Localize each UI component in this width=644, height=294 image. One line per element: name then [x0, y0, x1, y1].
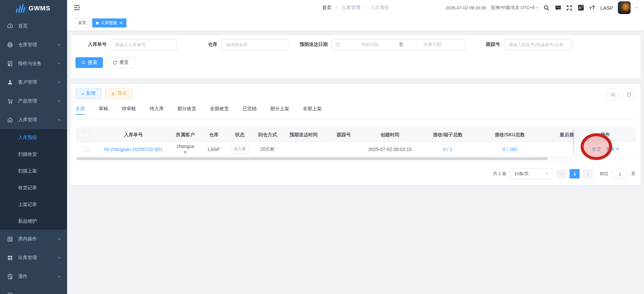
table-header-row: 入库单号 所属客户 仓库 状态 到仓方式 预期送达时间 跟踪号 创建时间 接收/… [75, 127, 574, 142]
tab-pending-inbound[interactable]: 待入库 [150, 106, 164, 115]
sidebar-item-quotes[interactable]: 报价与业务 ˅ [0, 54, 67, 73]
page-size-label: 10条/页 [514, 171, 529, 177]
last-received-cell [542, 142, 574, 156]
translate-icon[interactable]: A文 [578, 4, 584, 11]
sidebar-item-partial[interactable] [0, 286, 67, 294]
tag-home[interactable]: 首页 [74, 18, 90, 27]
inbound-home-icon [7, 117, 13, 123]
table-refresh-button[interactable] [623, 88, 635, 101]
breadcrumb-home[interactable]: 首页 [322, 5, 331, 10]
tab-all-received[interactable]: 全部收货 [210, 106, 229, 115]
page-1-button[interactable]: 1 [570, 169, 580, 178]
more-button[interactable]: 更多 [606, 146, 619, 152]
col-box-count: 接收/箱子总数 [418, 127, 478, 142]
add-button[interactable]: + 新增 [75, 88, 101, 99]
dashboard-icon [7, 23, 13, 29]
sidebar-item-shelve-records[interactable]: 上架记录 [0, 196, 67, 213]
warehouse-select[interactable] [221, 39, 288, 50]
date-end-placeholder[interactable]: 结束日期 [403, 42, 462, 48]
date-range-picker[interactable]: 开始日期 至 结束日期 [332, 39, 465, 50]
date-separator: 至 [399, 42, 403, 48]
horizontal-scrollbar [75, 157, 574, 161]
list-card: + 新增 导出 全部 草稿 待审核 待入库 [70, 84, 641, 186]
col-last-received: 最后接 [542, 127, 574, 142]
order-no-link[interactable]: IN-zhangsan-20250702-001 [104, 147, 162, 152]
chevron-up-icon: ˄ [58, 118, 60, 122]
search-button[interactable]: 搜索 [75, 57, 103, 68]
logo-text: GWMS [29, 5, 50, 12]
filter-card: 入库单号 仓库 预期送达日期 开始日期 至 结束日期 跟踪号 搜索 [70, 35, 641, 78]
breadcrumb-separator: / [365, 5, 366, 10]
message-icon[interactable] [555, 4, 561, 11]
timezone-label: 亚洲/中国/北京 UTC+8 [491, 5, 534, 11]
scrollbar-thumb[interactable] [77, 157, 548, 160]
search-icon[interactable] [543, 4, 550, 11]
breadcrumb-inbound[interactable]: 入库管理 [341, 5, 360, 10]
table-search-button[interactable] [607, 88, 620, 101]
svg-text:文: 文 [581, 5, 583, 8]
select-all-checkbox[interactable] [84, 133, 89, 137]
col-customer: 所属客户 [169, 127, 201, 142]
close-icon[interactable]: ✕ [119, 21, 123, 25]
sidebar-item-scan-receive[interactable]: 扫描收货 [0, 146, 67, 163]
row-checkbox[interactable] [84, 147, 89, 152]
tab-all[interactable]: 全部 [75, 106, 85, 115]
goto-page-input[interactable] [612, 169, 628, 178]
tab-pending-review[interactable]: 待审核 [122, 106, 136, 115]
sku-count-link[interactable]: 0 / 280 [503, 147, 517, 152]
sidebar-item-new-product[interactable]: 新品维护 [0, 213, 67, 230]
order-no-input[interactable] [111, 39, 177, 50]
search-icon [81, 60, 86, 65]
box-count-link[interactable]: 0 / 1 [443, 147, 452, 152]
tab-draft[interactable]: 草稿 [99, 106, 108, 115]
sidebar-item-home[interactable]: 首页 [0, 17, 67, 35]
cart-icon [7, 98, 13, 104]
search-icon [610, 92, 616, 97]
doc-icon [7, 292, 13, 294]
sidebar-item-scan-shelve[interactable]: 扫描上架 [0, 163, 67, 179]
tabs-divider [75, 120, 636, 120]
avatar[interactable] [618, 1, 631, 14]
squares-icon [7, 254, 13, 261]
tab-partial-shelved[interactable]: 部分上架 [270, 106, 289, 115]
sidebar-item-inbound[interactable]: 入库管理 ˄ [0, 111, 67, 129]
chevron-down-icon: ˅ [58, 256, 60, 260]
timezone-select[interactable]: 亚洲/中国/北京 UTC+8 [491, 5, 538, 11]
grid-icon [7, 236, 13, 242]
reset-button-label: 重置 [119, 60, 129, 66]
sidebar-item-returns[interactable]: 退件 ˅ [0, 267, 67, 286]
sidebar-collapse-icon[interactable] [73, 4, 80, 11]
sidebar-item-outbound[interactable]: 出库管理 ˅ [0, 248, 67, 267]
tab-completed[interactable]: 已完结 [243, 106, 257, 115]
goto-label: 前往 [600, 171, 608, 177]
font-size-icon[interactable] [589, 4, 596, 11]
breadcrumb-current: 入库预报 [370, 5, 389, 10]
search-button-label: 搜索 [88, 60, 97, 66]
date-start-placeholder[interactable]: 开始日期 [340, 42, 399, 48]
tag-inbound-forecast[interactable]: 入库预报 ✕ [92, 18, 126, 27]
sidebar-item-inbound-forecast[interactable]: 入库预报 [0, 129, 67, 146]
return-doc-icon [7, 273, 13, 280]
tracking-input[interactable] [504, 39, 572, 50]
page-size-select[interactable]: 10条/页 [510, 168, 553, 179]
reset-button[interactable]: 重置 [107, 57, 135, 68]
sidebar-item-warehouse[interactable]: 仓库管理 ˅ [0, 35, 67, 54]
chevron-down-icon[interactable] [635, 7, 638, 9]
chevron-down-icon [616, 148, 619, 150]
sidebar-item-receive-records[interactable]: 收货记录 [0, 179, 67, 196]
prev-page-button[interactable]: ‹ [556, 169, 566, 178]
fullscreen-icon[interactable] [566, 4, 573, 11]
tab-all-shelved[interactable]: 全部上架 [303, 106, 322, 115]
sidebar-item-products[interactable]: 产品管理 ˅ [0, 92, 67, 111]
main-area: 首页 / 入库管理 / 入库预报 2025-07-02 09:20:35 亚洲/… [67, 0, 644, 294]
receive-button[interactable]: 收货 [592, 146, 601, 152]
export-button[interactable]: 导出 [105, 88, 132, 99]
sidebar-item-warehouse-ops[interactable]: 库内操作 ˅ [0, 230, 67, 248]
warehouse-cell: LASP [201, 142, 226, 156]
tab-partial-received[interactable]: 部分收货 [177, 106, 196, 115]
sidebar-item-customers[interactable]: 客户管理 ˅ [0, 73, 67, 92]
sidebar-item-label: 退件 [18, 274, 58, 280]
next-page-button[interactable]: › [583, 169, 593, 178]
tag-label: 首页 [78, 20, 86, 26]
total-count-label: 共 1 条 [493, 171, 506, 177]
